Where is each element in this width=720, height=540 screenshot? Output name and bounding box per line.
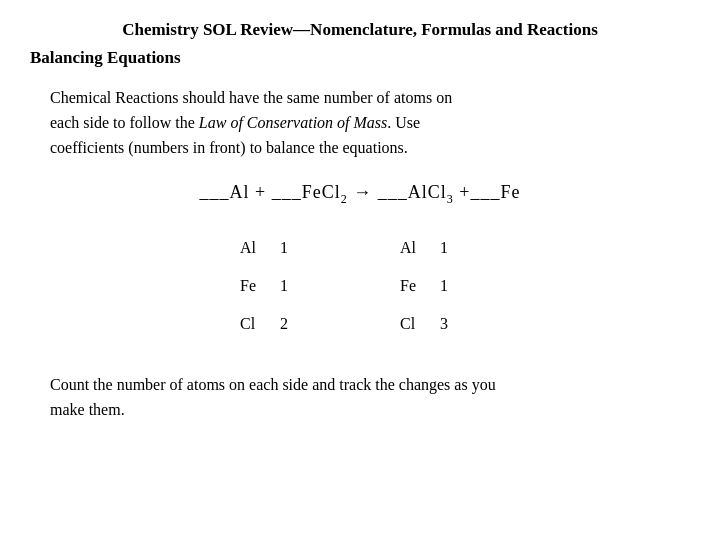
eq-blank1: ___Al + ___FeCl [200,182,341,202]
header-title: Chemistry SOL Review—Nomenclature, Formu… [122,20,598,39]
right-atom-section: Al 1 Fe 1 Cl 3 [400,229,480,343]
left-row-cl: Cl 2 [240,305,320,343]
right-row-fe: Fe 1 [400,267,480,305]
right-fe-count: 1 [440,267,480,305]
intro-line1: Chemical Reactions should have the same … [50,89,452,106]
left-cl-count: 2 [280,305,320,343]
section-title: Balancing Equations [30,48,690,68]
atom-table: Al 1 Fe 1 Cl 2 Al 1 Fe 1 Cl 3 [30,229,690,343]
right-al-count: 1 [440,229,480,267]
left-row-fe: Fe 1 [240,267,320,305]
right-cl-count: 3 [440,305,480,343]
equation-display: ___Al + ___FeCl2 → ___AlCl3 +___Fe [30,182,690,207]
eq-end: +___Fe [454,182,521,202]
left-al-symbol: Al [240,229,280,267]
eq-arrow: → ___AlCl [348,182,447,202]
intro-line3: coefficients (numbers in front) to balan… [50,139,408,156]
left-fe-count: 1 [280,267,320,305]
right-cl-symbol: Cl [400,305,440,343]
intro-line2: each side to follow the [50,114,199,131]
footer-text: Count the number of atoms on each side a… [50,373,690,423]
right-fe-symbol: Fe [400,267,440,305]
left-al-count: 1 [280,229,320,267]
right-row-cl: Cl 3 [400,305,480,343]
eq-sub2: 3 [447,192,454,206]
footer-line1: Count the number of atoms on each side a… [50,376,496,393]
section-title-text: Balancing Equations [30,48,181,67]
left-fe-symbol: Fe [240,267,280,305]
footer-line2: make them. [50,401,125,418]
page-title: Chemistry SOL Review—Nomenclature, Formu… [30,20,690,40]
left-cl-symbol: Cl [240,305,280,343]
right-row-al: Al 1 [400,229,480,267]
left-atom-section: Al 1 Fe 1 Cl 2 [240,229,320,343]
eq-sub1: 2 [341,192,348,206]
left-row-al: Al 1 [240,229,320,267]
intro-text: Chemical Reactions should have the same … [50,86,690,160]
page-container: Chemistry SOL Review—Nomenclature, Formu… [0,0,720,540]
intro-italic: Law of Conservation of Mass [199,114,387,131]
intro-line2b: . Use [387,114,420,131]
right-al-symbol: Al [400,229,440,267]
